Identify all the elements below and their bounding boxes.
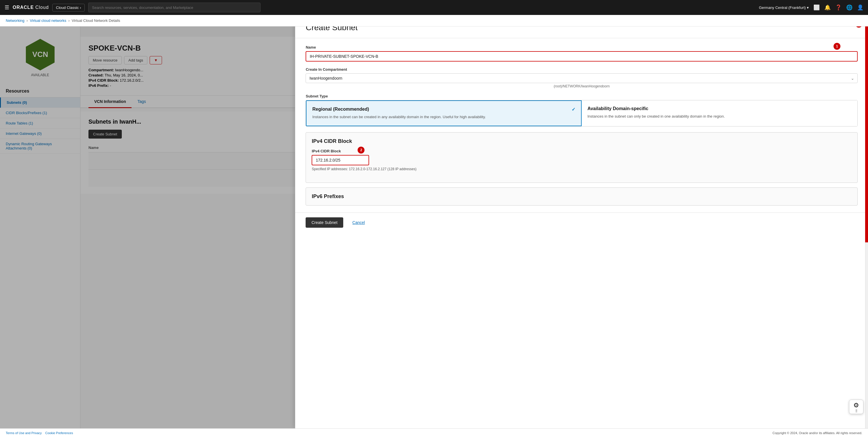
ipv4-cidr-info: Specified IP addresses: 172.16.2.0-172.1… [312,167,851,171]
ipv4-cidr-input[interactable] [312,155,369,165]
oracle-logo: ORACLE Cloud [13,5,49,10]
regional-title: Regional (Recommended) ✓ [312,107,575,112]
bell-icon[interactable]: 🔔 [824,4,831,11]
hamburger-icon[interactable]: ☰ [5,4,9,11]
subnet-type-form-group: Subnet Type Regional (Recommended) ✓ Ins… [306,94,858,126]
ad-title: Availability Domain-specific [587,106,851,111]
search-input[interactable] [88,3,260,12]
top-navigation: ☰ ORACLE Cloud Cloud Classic › Germany C… [0,0,868,15]
breadcrumb-current: Virtual Cloud Network Details [72,19,120,23]
create-subnet-footer-button[interactable]: Create Subnet [306,217,343,228]
ad-specific-subnet-card[interactable]: Availability Domain-specific Instances i… [582,100,857,126]
panel-footer: Create Subnet Cancel [295,212,868,232]
ipv4-cidr-label: IPv4 CIDR Block [312,149,851,153]
ipv6-section: IPv6 Prefixes [306,187,858,206]
globe-icon[interactable]: 🌐 [846,4,852,11]
ipv6-section-title: IPv6 Prefixes [312,194,851,200]
ad-desc: Instances in the subnet can only be crea… [587,114,851,119]
regional-desc: Instances in the subnet can be created i… [312,114,575,120]
terminal-icon[interactable]: ⬜ [813,4,820,11]
compartment-select[interactable]: IwanHoogendoorn [306,73,858,83]
scrollbar-thumb[interactable] [865,15,868,242]
region-selector[interactable]: Germany Central (Frankfurt) ▾ [759,5,809,10]
name-form-group: Name 1 [306,45,858,61]
name-input[interactable] [306,51,858,61]
breadcrumb: Networking › Virtual cloud networks › Vi… [0,15,868,26]
compartment-path: (root)/NETWORK/IwanHoogendoorn [306,84,858,88]
regional-subnet-card[interactable]: Regional (Recommended) ✓ Instances in th… [306,100,582,126]
name-label: Name [306,45,858,50]
ipv4-cidr-section: IPv4 CIDR Block IPv4 CIDR Block 2 Specif… [306,132,858,183]
ipv4-section-title: IPv4 CIDR Block [312,138,851,144]
subnet-type-container: Regional (Recommended) ✓ Instances in th… [306,100,858,126]
cancel-button[interactable]: Cancel [347,217,371,228]
nav-right: Germany Central (Frankfurt) ▾ ⬜ 🔔 ❓ 🌐 👤 [759,4,863,11]
step-2-badge: 2 [358,147,365,153]
cloud-classic-button[interactable]: Cloud Classic › [52,4,85,11]
create-subnet-panel: Create Subnet 3 Name 1 Create In Compart… [295,15,868,428]
breadcrumb-vcn-list[interactable]: Virtual cloud networks [30,19,66,23]
user-icon[interactable]: 👤 [857,4,863,11]
subnet-type-label: Subnet Type [306,94,858,98]
help-widget-label: ⣿ [855,409,857,412]
breadcrumb-networking[interactable]: Networking [6,19,24,23]
ipv4-cidr-form-group: IPv4 CIDR Block 2 Specified IP addresses… [312,149,851,171]
scrollbar-track [865,15,868,428]
compartment-form-group: Create In Compartment IwanHoogendoorn (r… [306,67,858,88]
help-wheel-icon: ⚙ [854,402,859,409]
step-1-badge: 1 [834,43,840,50]
compartment-label: Create In Compartment [306,67,858,71]
help-icon[interactable]: ❓ [835,4,842,11]
help-widget[interactable]: ⚙ ⣿ [849,400,863,414]
panel-body: Name 1 Create In Compartment IwanHoogend… [295,38,868,212]
check-icon: ✓ [571,107,575,112]
